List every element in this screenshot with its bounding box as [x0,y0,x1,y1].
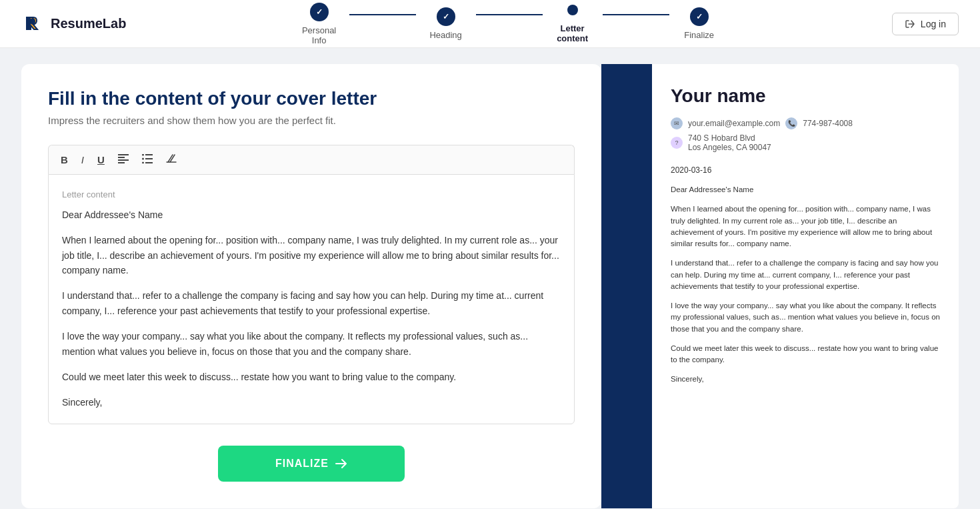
preview-phone: 774-987-4008 [803,119,853,128]
editor-content[interactable]: Dear Addressee's Name When I learned abo… [62,207,561,410]
preview-address: 740 S Hobard Blvd Los Angeles, CA 90047 [688,133,771,152]
preview-para2: I understand that... refer to a challeng… [671,258,940,292]
finalize-row: FINALIZE [48,446,575,482]
svg-rect-11 [145,158,153,159]
preview-para1: When I learned about the opening for... … [671,203,940,249]
logo-text: ResumeLab [51,16,126,31]
step-heading: ✓ Heading [416,7,476,40]
finalize-label: FINALIZE [275,458,329,470]
svg-point-2 [30,18,35,25]
editor-toolbar: B I U [48,145,575,174]
logo-icon [21,12,45,36]
step-label-3: Lettercontent [557,23,588,43]
svg-rect-4 [118,157,125,158]
letter-editor[interactable]: Letter content Dear Addressee's Name Whe… [48,174,575,424]
step-line-3 [603,14,669,15]
step-label-4: Finalize [684,30,714,40]
step-label-1: PersonalInfo [302,25,336,45]
editor-paragraph1: When I learned about the opening for... … [62,233,561,278]
preview-content: Your name ✉ your.email@example.com 📞 774… [652,64,959,508]
stepper: ✓ PersonalInfo ✓ Heading Lettercontent ✓… [289,3,729,45]
arrow-right-icon [335,459,347,468]
step-finalize: ✓ Finalize [669,7,729,40]
step-circle-4: ✓ [690,7,709,26]
panel-title: Fill in the content of your cover letter [48,88,575,109]
login-button[interactable]: Log in [892,13,959,35]
panel-subtitle: Impress the recruiters and show them how… [48,115,575,126]
step-circle-2: ✓ [437,7,455,26]
editor-panel: Fill in the content of your cover letter… [21,64,601,508]
svg-rect-12 [145,162,153,163]
editor-closing: Sincerely, [62,395,561,410]
editor-salutation: Dear Addressee's Name [62,207,561,222]
preview-para3: I love the way your company... say what … [671,300,940,335]
preview-panel: Your name ✉ your.email@example.com 📞 774… [601,64,959,508]
preview-salutation: Dear Addressee's Name [671,184,940,195]
svg-point-8 [142,158,144,160]
step-line-2 [476,14,543,15]
login-label: Log in [921,19,946,29]
step-line-1 [349,14,416,15]
editor-paragraph2: I understand that... refer to a challeng… [62,288,561,318]
svg-rect-10 [145,154,153,155]
preview-body: Dear Addressee's Name When I learned abo… [671,184,940,386]
main-content: Fill in the content of your cover letter… [0,48,980,509]
align-left-button[interactable] [115,152,131,167]
email-icon: ✉ [671,117,683,129]
preview-sidebar-accent [601,64,652,508]
svg-rect-6 [118,162,125,163]
step-personal-info: ✓ PersonalInfo [289,3,349,45]
preview-name: Your name [671,85,940,107]
preview-email: your.email@example.com [688,119,780,128]
address-icon: ? [671,137,683,149]
preview-date: 2020-03-16 [671,165,940,175]
login-icon [905,19,915,29]
logo: ResumeLab [21,12,126,36]
editor-label: Letter content [62,188,561,202]
step-circle-1: ✓ [310,3,329,21]
bold-button[interactable]: B [58,152,71,167]
header: ResumeLab ✓ PersonalInfo ✓ Heading Lette… [0,0,980,48]
editor-paragraph3: I love the way your company... say what … [62,329,561,359]
step-circle-3 [567,5,578,15]
svg-point-9 [142,162,144,164]
preview-address-row: ? 740 S Hobard Blvd Los Angeles, CA 9004… [671,133,940,152]
italic-button[interactable]: I [79,152,87,167]
list-button[interactable] [139,152,155,167]
svg-rect-3 [118,154,129,155]
preview-para4: Could we meet later this week to discuss… [671,343,940,366]
step-letter-content: Lettercontent [543,5,603,43]
preview-closing: Sincerely, [671,374,940,385]
preview-contact: ✉ your.email@example.com 📞 774-987-4008 … [671,117,940,152]
phone-icon: 📞 [785,117,797,129]
preview-email-row: ✉ your.email@example.com 📞 774-987-4008 [671,117,940,129]
svg-point-7 [142,154,144,156]
svg-rect-5 [118,159,129,161]
finalize-button[interactable]: FINALIZE [218,446,405,482]
clear-format-button[interactable] [163,152,179,167]
svg-rect-1 [27,17,31,29]
editor-paragraph4: Could we meet later this week to discuss… [62,370,561,384]
step-label-2: Heading [429,30,461,40]
underline-button[interactable]: U [95,152,107,167]
